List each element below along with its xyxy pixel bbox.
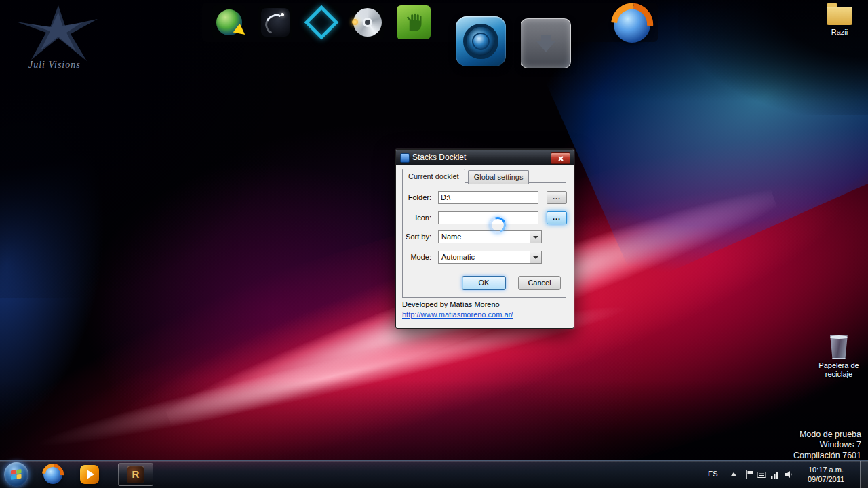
- dialog-titlebar[interactable]: Stacks Docklet: [396, 150, 574, 165]
- dock-icon-hand-app[interactable]: [397, 5, 431, 39]
- show-hidden-icons-arrow[interactable]: [731, 472, 736, 476]
- taskbar-media-player-button[interactable]: [80, 465, 99, 484]
- camera-lens-icon: [463, 24, 498, 59]
- tab-current-docklet[interactable]: Current docklet: [402, 169, 465, 184]
- folder-value: D:\: [441, 193, 450, 201]
- tab-strip: Current docklet Global settings: [402, 169, 530, 183]
- close-button[interactable]: [551, 152, 570, 164]
- sortby-label: Sort by:: [399, 232, 431, 241]
- folder-input[interactable]: D:\: [438, 191, 538, 204]
- tab-global-settings[interactable]: Global settings: [468, 170, 530, 184]
- taskbar: R ES 10:17 a.m. 09/07/2011: [0, 460, 868, 488]
- action-center-flag-icon[interactable]: [745, 470, 754, 479]
- sortby-select[interactable]: Name: [438, 230, 542, 243]
- desktop: Juli Visions Razii Papelera de reciclaje: [0, 0, 868, 488]
- globe-arrow-icon: [216, 9, 242, 35]
- dock-icon-swirl-app[interactable]: [258, 5, 292, 39]
- dark-swirl-icon: [261, 8, 290, 37]
- dock-icon-stack-placeholder[interactable]: [521, 18, 571, 68]
- star-icon: [11, 3, 113, 64]
- rocketdock-icon: R: [127, 466, 144, 483]
- keyboard-icon[interactable]: [757, 470, 766, 479]
- show-desktop-button[interactable]: [860, 461, 868, 488]
- ok-button[interactable]: OK: [462, 276, 506, 290]
- volume-icon[interactable]: [784, 470, 793, 479]
- disc-icon: [353, 8, 382, 37]
- dock-icon-firefox[interactable]: [614, 6, 650, 43]
- down-arrow-icon: [541, 35, 551, 41]
- cancel-button[interactable]: Cancel: [518, 276, 561, 290]
- wallpaper-logo: Juli Visions: [11, 3, 119, 77]
- taskbar-clock[interactable]: 10:17 a.m. 09/07/2011: [800, 465, 852, 484]
- desktop-icon-recycle-bin[interactable]: Papelera de reciclaje: [816, 335, 861, 379]
- mode-select[interactable]: Automatic: [438, 251, 542, 264]
- stacks-docklet-dialog: Stacks Docklet Current docklet Global se…: [395, 149, 574, 329]
- developed-by-text: Developed by Matías Moreno: [402, 300, 500, 308]
- dropdown-arrow-icon[interactable]: [530, 231, 541, 243]
- wallpaper-blue-topright: [526, 0, 868, 287]
- icon-label: Icon:: [399, 214, 431, 222]
- icon-input[interactable]: [438, 211, 538, 224]
- dialog-app-icon: [400, 153, 410, 163]
- green-hand-icon: [403, 12, 424, 33]
- taskbar-rocketdock-button[interactable]: R: [118, 463, 153, 486]
- play-icon: [87, 470, 94, 479]
- clock-time: 10:17 a.m.: [800, 465, 852, 474]
- clock-date: 09/07/2011: [800, 474, 852, 484]
- dock-icon-camera[interactable]: [456, 16, 506, 66]
- recycle-bin-icon: [829, 335, 848, 359]
- desktop-icon-label: Razii: [817, 28, 862, 37]
- desktop-icon-razii[interactable]: Razii: [817, 7, 862, 37]
- developer-link[interactable]: http://www.matiasmoreno.com.ar/: [402, 310, 513, 319]
- blue-diamond-icon: [304, 5, 339, 40]
- start-button[interactable]: [4, 462, 28, 487]
- wallpaper-blue-left: [0, 75, 131, 455]
- taskbar-firefox-button[interactable]: [43, 465, 62, 484]
- folder-icon: [827, 7, 852, 25]
- dock-icon-disc-burner[interactable]: [351, 5, 384, 39]
- windows-flag-icon: [10, 468, 22, 481]
- down-arrow-tip-icon: [536, 41, 556, 52]
- network-signal-icon[interactable]: [770, 470, 780, 479]
- folder-browse-button[interactable]: ...: [547, 191, 567, 204]
- dock-icon-diamond-app[interactable]: [304, 5, 338, 39]
- folder-label: Folder:: [399, 193, 431, 201]
- sortby-value: Name: [441, 232, 461, 241]
- mode-label: Mode:: [399, 253, 431, 261]
- recycle-bin-label-line1: Papelera de: [816, 361, 861, 370]
- watermark-line1: Modo de prueba: [793, 430, 861, 441]
- wallpaper-logo-text: Juli Visions: [28, 60, 81, 70]
- mode-value: Automatic: [441, 253, 475, 261]
- language-indicator[interactable]: ES: [708, 470, 718, 478]
- dialog-title: Stacks Docklet: [412, 152, 466, 162]
- dropdown-arrow-icon[interactable]: [530, 251, 541, 263]
- watermark-line2: Windows 7: [793, 440, 861, 451]
- dock-icon-downloader[interactable]: [212, 5, 246, 39]
- icon-browse-button[interactable]: ...: [547, 211, 567, 224]
- watermark-line3: Compilación 7601: [793, 451, 861, 462]
- recycle-bin-label-line2: reciclaje: [816, 370, 861, 379]
- windows-build-watermark: Modo de prueba Windows 7 Compilación 760…: [793, 430, 861, 462]
